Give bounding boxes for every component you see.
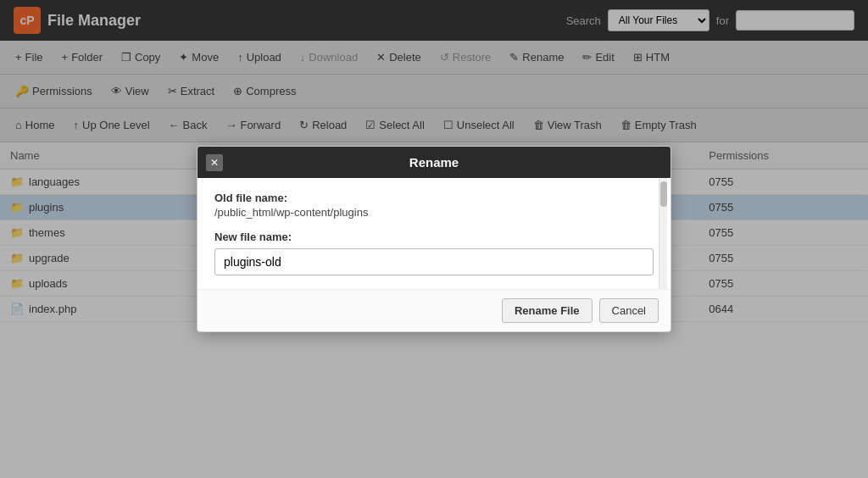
rename-file-button[interactable]: Rename File: [502, 298, 593, 323]
scroll-indicator: [659, 178, 667, 289]
rename-modal: ✕ Rename Old file name: /public_html/wp-…: [197, 146, 671, 332]
modal-header: ✕ Rename: [198, 147, 670, 178]
old-name-value: /public_html/wp-content/plugins: [214, 206, 654, 219]
modal-body: Old file name: /public_html/wp-content/p…: [198, 178, 670, 289]
new-name-input[interactable]: [214, 248, 654, 275]
modal-close-button[interactable]: ✕: [206, 154, 223, 171]
old-name-label: Old file name:: [214, 192, 654, 204]
new-name-label: New file name:: [214, 231, 654, 243]
modal-title: Rename: [409, 155, 459, 170]
modal-footer: Rename File Cancel: [198, 289, 670, 331]
scroll-thumb: [660, 181, 667, 207]
cancel-button[interactable]: Cancel: [599, 298, 659, 323]
modal-overlay: ✕ Rename Old file name: /public_html/wp-…: [0, 0, 868, 478]
